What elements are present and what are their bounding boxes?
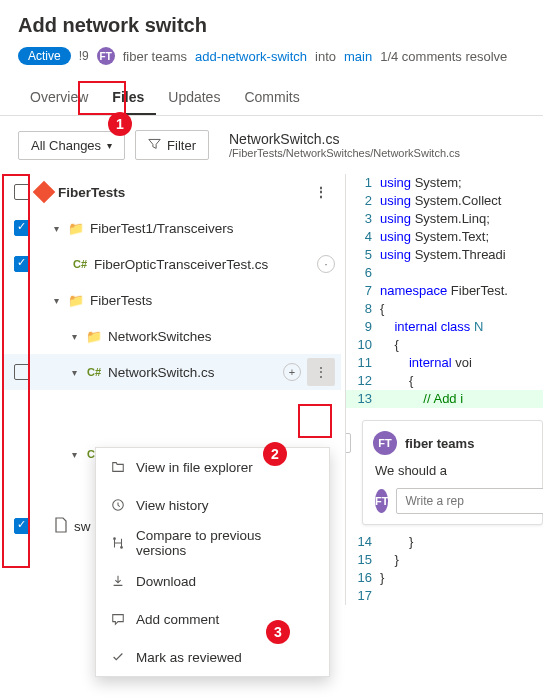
ctx-label: Add comment [136, 612, 219, 627]
more-button-file[interactable]: ⋮ [307, 358, 335, 386]
filter-label: Filter [167, 138, 196, 153]
chevron-down-icon[interactable]: ▾ [68, 449, 80, 460]
tab-overview[interactable]: Overview [18, 79, 100, 115]
into-label: into [315, 49, 336, 64]
tree-folder-networkswitches[interactable]: ▾ 📁 NetworkSwitches [4, 318, 341, 354]
tree-file1-label: FiberOpticTransceiverTest.cs [94, 257, 311, 272]
avatar[interactable]: FT [375, 489, 388, 513]
page-title: Add network switch [18, 14, 525, 37]
file-path-sub: /FiberTests/NetworkSwitches/NetworkSwitc… [229, 147, 460, 159]
comment-author: fiber teams [405, 436, 474, 451]
folder-open-icon [110, 460, 126, 474]
tree-folder1-label: FiberTest1/Transceivers [90, 221, 335, 236]
file-path-title: NetworkSwitch.cs [229, 131, 460, 147]
context-menu: View in file explorer View history Compa… [95, 447, 330, 677]
close-comment-button[interactable]: ✕ [345, 433, 351, 453]
chevron-down-icon[interactable]: ▾ [68, 331, 80, 342]
svg-point-2 [120, 546, 123, 549]
download-icon [110, 574, 126, 588]
tab-updates[interactable]: Updates [156, 79, 232, 115]
tree-folder-fibertests[interactable]: ▾ 📁 FiberTests [4, 282, 341, 318]
all-changes-dropdown[interactable]: All Changes ▾ [18, 131, 125, 160]
chevron-down-icon: ▾ [107, 140, 112, 151]
comment-icon [110, 612, 126, 626]
ctx-label: Download [136, 574, 196, 589]
source-branch-link[interactable]: add-network-switch [195, 49, 307, 64]
tree-root-label: FiberTests [58, 185, 301, 200]
checkbox-file4[interactable] [14, 518, 30, 534]
filter-button[interactable]: Filter [135, 130, 209, 160]
checkbox-folder1[interactable] [14, 220, 30, 236]
checkbox-root[interactable] [14, 184, 30, 200]
tree-file-networkswitch[interactable]: ▾ C# NetworkSwitch.cs + ⋮ [4, 354, 341, 390]
ctx-compare[interactable]: Compare to previous versions [96, 524, 329, 562]
ctx-label: View in file explorer [136, 460, 253, 475]
comment-card: ✕ FT fiber teams We should a FT [362, 420, 543, 525]
csharp-icon: C# [86, 366, 102, 378]
chevron-down-icon[interactable]: ▾ [68, 367, 80, 378]
ctx-view-explorer[interactable]: View in file explorer [96, 448, 329, 486]
folder-icon: 📁 [68, 293, 84, 308]
tab-commits[interactable]: Commits [232, 79, 311, 115]
ctx-label: Mark as reviewed [136, 650, 242, 665]
tree-folder3-label: NetworkSwitches [108, 329, 335, 344]
checkbox-file1[interactable] [14, 256, 30, 272]
ctx-mark-reviewed[interactable]: Mark as reviewed [96, 638, 329, 676]
tree-folder2-label: FiberTests [90, 293, 335, 308]
file-icon [54, 517, 68, 536]
tree-folder-transceivers[interactable]: ▾ 📁 FiberTest1/Transceivers [4, 210, 341, 246]
comment-body: We should a [375, 463, 530, 478]
check-icon [110, 650, 126, 664]
ctx-label: Compare to previous versions [136, 528, 315, 558]
diff-pill: · [317, 255, 335, 273]
ctx-add-comment[interactable]: Add comment [96, 600, 329, 638]
ctx-download[interactable]: Download [96, 562, 329, 600]
avatar[interactable]: FT [373, 431, 397, 455]
tree-spacer [4, 390, 341, 436]
avatar[interactable]: FT [97, 47, 115, 65]
compare-icon [110, 536, 126, 550]
meta-row: Active !9 FT fiber teams add-network-swi… [18, 47, 525, 65]
chevron-down-icon[interactable]: ▾ [50, 295, 62, 306]
ctx-label: View history [136, 498, 209, 513]
ctx-view-history[interactable]: View history [96, 486, 329, 524]
all-changes-label: All Changes [31, 138, 101, 153]
tab-files[interactable]: Files [100, 79, 156, 115]
svg-point-1 [113, 537, 116, 540]
more-button-root[interactable]: ⋮ [307, 178, 335, 206]
status-badge: Active [18, 47, 71, 65]
chevron-down-icon[interactable]: ▾ [50, 223, 62, 234]
diff-pill-added: + [283, 363, 301, 381]
comments-status: 1/4 comments resolve [380, 49, 507, 64]
tree-root[interactable]: FiberTests ⋮ [4, 174, 341, 210]
tree-file2-label: NetworkSwitch.cs [108, 365, 277, 380]
checkbox-file2[interactable] [14, 364, 30, 380]
pr-id: !9 [79, 49, 89, 63]
reply-input[interactable] [396, 488, 543, 514]
folder-icon: 📁 [86, 329, 102, 344]
tree-file-transceiver-test[interactable]: C# FiberOpticTransceiverTest.cs · [4, 246, 341, 282]
filter-icon [148, 137, 161, 153]
target-branch-link[interactable]: main [344, 49, 372, 64]
folder-icon: 📁 [68, 221, 84, 236]
git-icon [33, 181, 56, 204]
history-icon [110, 498, 126, 512]
csharp-icon: C# [72, 258, 88, 270]
code-pane: 1using System; 2using System.Collect 3us… [345, 174, 543, 605]
author-name: fiber teams [123, 49, 187, 64]
